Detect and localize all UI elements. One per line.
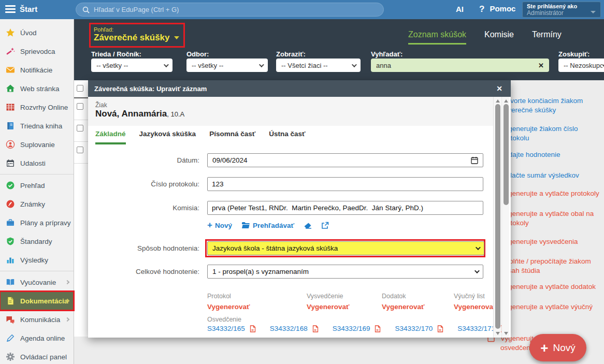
eraser-icon — [304, 222, 312, 229]
chevron-down-icon — [474, 268, 480, 273]
sidebar-item-suplovanie[interactable]: Suplovanie — [0, 135, 74, 154]
student-name: Nová, Annamária, 10.A — [95, 109, 486, 119]
protocol-number-input[interactable] — [207, 177, 483, 191]
book-icon — [5, 121, 16, 131]
class-filter-select[interactable]: -- všetky -- — [91, 59, 172, 72]
pdf-icon[interactable] — [375, 325, 381, 332]
modal-scrollbar[interactable] — [493, 97, 501, 338]
global-search-input[interactable] — [94, 6, 377, 13]
hamburger-menu-icon[interactable] — [5, 5, 16, 13]
modal-scrollbar-thumb[interactable] — [495, 104, 500, 329]
generate-vysvedcenie-link[interactable]: Vygenerovať — [307, 303, 350, 311]
briefcase-icon — [5, 217, 16, 228]
overall-grade-label: Celkové hodnotenie: — [98, 265, 199, 279]
pdf-icon[interactable] — [312, 325, 319, 332]
sidebar-item-komunikacia[interactable]: Komunikácia — [0, 310, 74, 329]
tab-terminy[interactable]: Termíny — [532, 30, 562, 45]
global-search[interactable] — [76, 3, 384, 17]
page-scrollbar[interactable] — [501, 97, 509, 338]
bar-chart-icon — [5, 255, 16, 265]
grades-icon — [5, 199, 16, 209]
sidebar-item-plany[interactable]: Plány a prípravy — [0, 213, 74, 232]
pdf-icon[interactable] — [250, 325, 256, 332]
grading-method-select[interactable]: Jazyková škola - štátna jazyková skúška — [207, 241, 484, 255]
sidebar-item-uvod[interactable]: Úvod — [0, 23, 74, 42]
show-filter-select[interactable]: -- Všetci žiaci -- — [276, 59, 361, 72]
sidebar-item-prehlad[interactable]: Prehľad — [0, 176, 74, 195]
scroll-up-arrow-icon[interactable] — [504, 99, 508, 103]
chat-icon — [5, 314, 16, 325]
scroll-down-arrow-icon[interactable] — [504, 332, 508, 335]
generate-vyucny-list-link[interactable]: Vygenerovať — [454, 303, 497, 311]
certificate-link[interactable]: S34332/169 — [333, 325, 370, 332]
certificate-link[interactable]: S34332/168 — [270, 325, 308, 332]
committee-browse-button[interactable]: Prehľadávať — [241, 222, 294, 229]
sidebar-item-znamky[interactable]: Známky — [0, 195, 74, 213]
sidebar-item-udalosti[interactable]: Udalosti — [0, 154, 74, 172]
sidebar-item-vysledky[interactable]: Výsledky — [0, 251, 74, 269]
sidebar-divider — [0, 174, 74, 174]
search-filter-input[interactable] — [376, 62, 538, 69]
close-icon[interactable]: ✕ — [494, 84, 505, 93]
chevron-down-icon — [164, 62, 169, 67]
sidebar-item-agenda-online[interactable]: Agenda online — [0, 329, 74, 347]
generate-protokol-link[interactable]: Vygenerovať — [207, 303, 250, 311]
row-checkbox[interactable] — [77, 103, 83, 110]
sidebar-item-web-stranka[interactable]: Web stránka — [0, 79, 74, 98]
tab-ustna-cast[interactable]: Ústna časť — [269, 130, 305, 144]
tab-komisie[interactable]: Komisie — [484, 30, 514, 45]
date-label: Dátum: — [98, 153, 199, 167]
view-selector[interactable]: Pohľad: Záverečné skúšky — [89, 23, 185, 48]
vysvedcenie-column-label: Vysvedčenie — [307, 293, 343, 300]
certificate-link[interactable]: S34332/170 — [395, 325, 433, 332]
tab-pisomna-cast[interactable]: Písomná časť — [209, 130, 255, 144]
sidebar-item-ovladaci-panel[interactable]: Ovládací panel — [0, 347, 74, 364]
committee-label: Komisia: — [98, 201, 199, 215]
certificate-link[interactable]: S34332/171 — [457, 325, 495, 332]
committee-input[interactable] — [207, 201, 483, 215]
date-field[interactable]: 09/06/2024 — [207, 153, 483, 167]
envelope-icon — [5, 65, 16, 75]
overall-grade-select[interactable]: 1 - prospel(a) s vyznamenaním — [207, 265, 483, 279]
tab-jazykova-skuska[interactable]: Jazyková skúška — [139, 130, 196, 144]
committee-open-button[interactable] — [321, 222, 329, 229]
sidebar-item-notifikacie[interactable]: Notifikácie — [0, 61, 74, 79]
department-filter-select[interactable]: -- všetky -- — [186, 59, 268, 72]
help-button[interactable]: ? Pomoc — [479, 4, 515, 14]
chevron-down-icon — [259, 62, 264, 67]
committee-new-button[interactable]: +Nový — [207, 220, 232, 230]
pdf-icon[interactable] — [437, 325, 443, 332]
row-checkbox[interactable] — [77, 125, 83, 132]
section-tabs: Zoznam skúšok Komisie Termíny — [408, 30, 562, 45]
page-scrollbar-thumb[interactable] — [504, 104, 509, 205]
ai-button[interactable]: AI — [456, 5, 464, 13]
scroll-down-arrow-icon[interactable] — [496, 332, 500, 335]
group-filter-select[interactable]: -- Nezoskupovať -- — [558, 59, 604, 72]
clear-search-icon[interactable]: ✕ — [538, 62, 544, 69]
search-filter[interactable]: ✕ — [371, 59, 549, 72]
person-icon — [5, 139, 16, 150]
sidebar-item-vyucovanie[interactable]: Vyučovanie — [0, 273, 74, 292]
sidebar-item-triedna-kniha[interactable]: Triedna kniha — [0, 117, 74, 135]
chevron-down-icon — [352, 62, 357, 67]
top-bar: Štart AI ? Pomoc Ste prihlásený ako Admi… — [0, 0, 604, 19]
sidebar-item-rozvrhy[interactable]: Rozvrhy Online — [0, 98, 74, 117]
calendar-picker-icon[interactable] — [471, 156, 478, 164]
sidebar-item-standardy[interactable]: Štandardy — [0, 232, 74, 251]
show-filter-label: Zobraziť: — [276, 50, 306, 58]
user-role-dropdown[interactable]: Ste prihlásený ako Administrátor — [522, 2, 601, 18]
scroll-up-arrow-icon[interactable] — [496, 99, 500, 103]
select-all-checkbox[interactable] — [77, 85, 83, 92]
certificate-link[interactable]: S34332/165 — [207, 325, 245, 332]
sidebar-item-dokumentacia[interactable]: Dokumentácia — [0, 292, 74, 310]
start-menu-button[interactable]: Štart — [20, 5, 37, 13]
tab-zakladne[interactable]: Základné — [95, 130, 126, 144]
folder-icon — [241, 222, 250, 229]
generate-dodatok-link[interactable]: Vygenerovať — [382, 303, 425, 311]
new-record-button[interactable]: + Nový — [529, 334, 586, 361]
tab-zoznam-skusok[interactable]: Zoznam skúšok — [408, 30, 466, 45]
committee-edit-button[interactable] — [304, 222, 312, 229]
question-mark-icon: ? — [479, 4, 484, 14]
row-checkbox[interactable] — [77, 147, 83, 153]
sidebar-item-sprievodca[interactable]: Sprievodca — [0, 42, 74, 61]
